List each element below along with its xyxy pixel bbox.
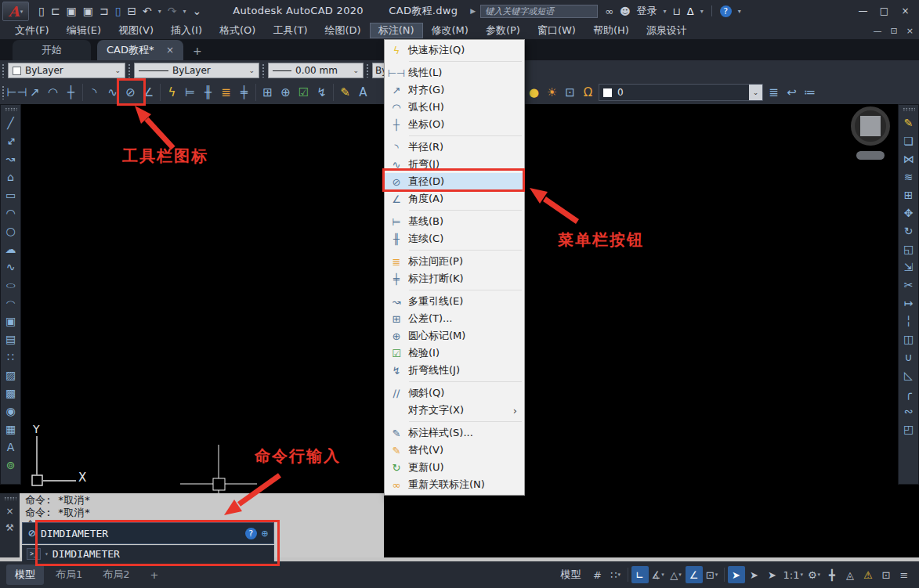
menu-item-dimension-break[interactable]: ╪标注打断(K) — [385, 270, 524, 287]
move-icon[interactable]: ✥ — [900, 204, 917, 222]
menu-item-oblique[interactable]: ∕∕倾斜(Q) — [385, 384, 524, 402]
status-menu-icon[interactable]: ≡ — [895, 566, 913, 583]
menubar-item-modify[interactable]: 修改(M) — [423, 23, 477, 38]
dimension-text-edit-icon[interactable]: A — [354, 82, 372, 103]
continue-dimension-icon[interactable]: ╫ — [199, 82, 217, 103]
viewcube-top-face[interactable] — [860, 116, 881, 136]
dropdown-caret-icon[interactable]: ▾ — [617, 572, 621, 578]
viewcube-ring[interactable] — [851, 106, 890, 146]
ortho-mode-icon[interactable]: ∟ — [631, 566, 649, 583]
menu-item-jogged-linear[interactable]: ↯折弯线性(J) — [385, 362, 524, 379]
polygon-icon[interactable]: ⌂ — [2, 168, 20, 186]
signin-button[interactable]: 登录 — [637, 4, 657, 18]
revision-cloud-icon[interactable]: ☁ — [2, 240, 20, 258]
center-mark-icon[interactable]: ⊕ — [277, 82, 295, 103]
arc-length-dimension-icon[interactable]: ◠ — [44, 82, 62, 103]
menubar-item-window[interactable]: 窗口(W) — [529, 23, 584, 38]
menu-item-radius[interactable]: ◝半径(R) — [385, 139, 524, 156]
menubar-item-tools[interactable]: 工具(T) — [264, 23, 316, 38]
toolbar-grip[interactable] — [262, 63, 266, 78]
new-layout-tab[interactable]: + — [142, 566, 168, 584]
dropdown-caret-icon[interactable]: ▾ — [661, 572, 664, 578]
autocad-logo-icon[interactable]: A▾ — [2, 2, 29, 21]
ellipse-icon[interactable]: ○ — [2, 280, 20, 290]
menu-item-baseline[interactable]: ⊨基线(B) — [385, 213, 524, 230]
dimension-edit-icon[interactable]: ✎ — [336, 82, 354, 103]
inspection-icon[interactable]: ☑ — [295, 82, 313, 103]
tab-start[interactable]: 开始 — [13, 40, 91, 60]
menubar-item-edit[interactable]: 编辑(E) — [58, 23, 110, 38]
dimension-break-icon[interactable]: ╪ — [235, 82, 253, 103]
help-icon[interactable]: ? — [720, 5, 732, 17]
layer-on-off-icon[interactable]: ● — [525, 82, 543, 103]
table-icon[interactable]: ▦ — [2, 420, 20, 438]
clean-screen-icon[interactable]: ⊡ — [877, 566, 895, 583]
array-icon[interactable]: ⊞ — [900, 186, 917, 204]
menu-item-continue[interactable]: ╫连续(C) — [385, 230, 524, 247]
toolbar-grip[interactable] — [903, 107, 915, 111]
circle-icon[interactable]: ○ — [2, 222, 20, 240]
rotate-icon[interactable]: ↻ — [900, 222, 917, 240]
selection-cycling-icon[interactable]: ➤ — [764, 566, 781, 583]
break-at-point-icon[interactable]: ╎ — [900, 312, 917, 330]
layer-lock-icon[interactable]: Ω — [579, 82, 597, 103]
layer-previous-icon[interactable]: ↩ — [783, 82, 801, 103]
menubar-item-yuanquan[interactable]: 源泉设计 — [638, 23, 696, 38]
search-expand-icon[interactable]: ▶ — [470, 7, 476, 15]
open-folder-icon[interactable]: ⊏ — [51, 5, 60, 17]
text-icon[interactable]: A — [2, 438, 20, 456]
copy-icon[interactable]: ❏ — [900, 132, 917, 150]
menubar-item-format[interactable]: 格式(O) — [211, 23, 264, 38]
snap-cursor-icon[interactable]: ➤ — [728, 566, 745, 583]
ordinate-dimension-icon[interactable]: ┼ — [62, 82, 80, 103]
arc-icon[interactable]: ◠ — [2, 204, 20, 222]
dynamic-input-icon[interactable]: ➤ — [746, 566, 763, 583]
menubar-item-dimension[interactable]: 标注(N) — [370, 23, 423, 38]
toolbar-grip[interactable] — [5, 107, 17, 111]
jogged-dimension-icon[interactable]: ∿ — [103, 82, 121, 103]
insert-block-icon[interactable]: ▣ — [2, 312, 20, 330]
layer-dropdown[interactable]: 0 ⌄ — [599, 84, 763, 101]
maximize-button[interactable]: □ — [874, 5, 895, 16]
erase-icon[interactable]: ✎ — [900, 114, 917, 132]
redo-dropdown-icon[interactable]: ▾ — [183, 8, 186, 15]
plot-icon[interactable]: ⊟ — [127, 5, 136, 17]
doc-minimize-button[interactable]: — — [874, 26, 882, 36]
cart-icon[interactable]: ⊔ — [673, 5, 681, 17]
command-input[interactable]: >_ ▾ DIMDIAMETER — [22, 545, 274, 563]
menu-item-angular[interactable]: ∠角度(A) — [385, 190, 524, 207]
dropdown-caret-icon[interactable]: ▾ — [715, 572, 718, 578]
scale-icon[interactable]: ◱ — [900, 240, 917, 258]
graphics-performance-icon[interactable]: ⚠ — [859, 566, 877, 583]
hatch-icon[interactable]: ▨ — [2, 366, 20, 384]
help-dropdown-icon[interactable]: ▾ — [738, 8, 741, 15]
menu-item-multileader[interactable]: ↝多重引线(E) — [385, 293, 524, 310]
viewcube[interactable] — [848, 106, 893, 160]
dropdown-caret-icon[interactable]: ▾ — [818, 572, 821, 578]
explode-icon[interactable]: ◰ — [900, 420, 917, 438]
doc-restore-button[interactable]: ⊡ — [891, 26, 898, 36]
fillet-icon[interactable]: ╭ — [900, 384, 917, 402]
apps-dropdown-icon[interactable]: ▾ — [700, 8, 704, 15]
menu-item-dimension-style[interactable]: ✎标注样式(S)... — [385, 424, 524, 442]
command-help-icon[interactable]: ? — [245, 528, 257, 539]
menu-item-align-text[interactable]: 对齐文字(X)› — [385, 402, 524, 419]
menubar-item-insert[interactable]: 插入(I) — [162, 23, 211, 38]
toolbar-grip[interactable] — [2, 63, 5, 78]
layer-properties-icon[interactable]: ≣ — [765, 82, 783, 103]
isolate-objects-icon[interactable]: ◬ — [841, 566, 859, 583]
save-as-icon[interactable]: ▣ — [83, 5, 93, 17]
quick-dimension-icon[interactable]: ϟ — [163, 82, 181, 103]
customization-gear-icon[interactable]: ⚙▾ — [805, 566, 823, 583]
autodesk-app-icon[interactable]: Δ — [687, 5, 694, 17]
menu-item-aligned[interactable]: ↗对齐(G) — [385, 81, 524, 99]
offset-icon[interactable]: ≋ — [900, 168, 917, 186]
menu-item-arc-length[interactable]: ◠弧长(H) — [385, 99, 524, 116]
internet-search-icon[interactable]: ⊕ — [262, 527, 268, 539]
model-tab[interactable]: 模型 — [6, 565, 44, 585]
chamfer-icon[interactable]: ◺ — [900, 366, 917, 384]
menu-item-center-mark[interactable]: ⊕圆心标记(M) — [385, 327, 524, 345]
toolbar-grip[interactable] — [366, 63, 370, 78]
export-icon[interactable]: ⊐ — [99, 5, 109, 17]
menu-item-jogged[interactable]: ∿折弯(J) — [385, 156, 524, 173]
